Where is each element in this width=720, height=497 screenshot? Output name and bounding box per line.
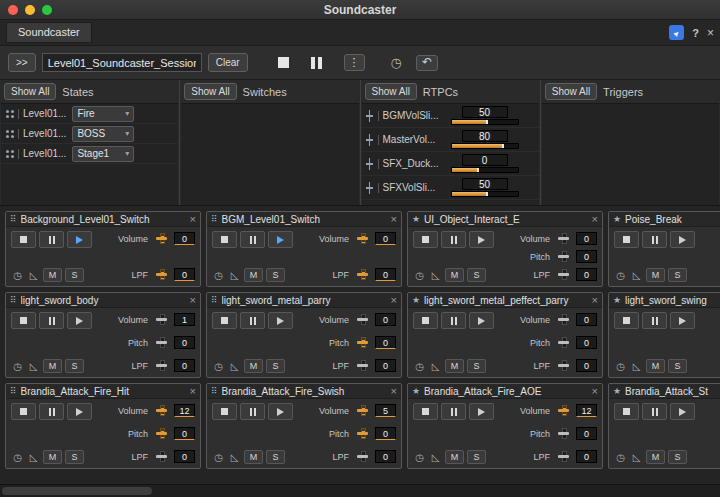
param-slider[interactable] — [151, 427, 171, 440]
delay-icon[interactable]: ◷ — [11, 361, 24, 372]
param-slider[interactable] — [553, 427, 573, 440]
param-slider[interactable] — [151, 313, 171, 326]
fade-icon[interactable]: ◺ — [429, 270, 442, 281]
stop-button[interactable] — [614, 231, 639, 248]
solo-button[interactable]: S — [668, 450, 687, 464]
stop-button[interactable] — [11, 403, 36, 420]
param-slider[interactable] — [553, 404, 573, 417]
close-icon[interactable]: × — [190, 295, 196, 306]
stop-button[interactable] — [413, 403, 438, 420]
solo-button[interactable]: S — [65, 268, 84, 282]
fade-icon[interactable]: ◺ — [429, 361, 442, 372]
stop-button[interactable] — [212, 312, 237, 329]
pause-button[interactable] — [240, 403, 265, 420]
solo-button[interactable]: S — [65, 450, 84, 464]
mute-button[interactable]: M — [43, 450, 62, 464]
param-slider[interactable] — [151, 232, 171, 245]
show-all-switches-button[interactable]: Show All — [184, 83, 236, 100]
mute-button[interactable]: M — [445, 359, 464, 373]
delay-icon[interactable]: ◷ — [413, 270, 426, 281]
pause-button[interactable] — [441, 231, 466, 248]
play-button[interactable] — [670, 403, 695, 420]
param-slider[interactable] — [151, 450, 171, 463]
param-slider[interactable] — [151, 404, 171, 417]
show-all-states-button[interactable]: Show All — [4, 83, 56, 100]
rtpc-slider[interactable] — [451, 167, 519, 173]
param-value[interactable]: 0 — [375, 268, 396, 281]
play-button[interactable] — [67, 231, 92, 248]
help-icon[interactable]: ? — [692, 27, 699, 39]
param-slider[interactable] — [553, 359, 573, 372]
rtpc-value[interactable]: 50 — [462, 178, 508, 190]
horizontal-scrollbar[interactable] — [0, 484, 720, 497]
param-slider[interactable] — [352, 450, 372, 463]
delay-icon[interactable]: ◷ — [413, 361, 426, 372]
solo-button[interactable]: S — [266, 268, 285, 282]
solo-button[interactable]: S — [668, 268, 687, 282]
param-value[interactable]: 0 — [174, 336, 195, 349]
param-value[interactable]: 0 — [576, 336, 597, 349]
rtpc-value[interactable]: 80 — [462, 130, 508, 142]
mute-button[interactable]: M — [43, 268, 62, 282]
param-value[interactable]: 0 — [174, 359, 195, 372]
mute-button[interactable]: M — [646, 268, 665, 282]
solo-button[interactable]: S — [467, 268, 486, 282]
delay-icon[interactable]: ◷ — [391, 55, 402, 70]
param-value[interactable]: 0 — [174, 232, 195, 245]
solo-button[interactable]: S — [467, 450, 486, 464]
delay-icon[interactable]: ◷ — [212, 270, 225, 281]
stop-button[interactable] — [614, 403, 639, 420]
pause-button[interactable] — [441, 312, 466, 329]
fade-icon[interactable]: ◺ — [228, 270, 241, 281]
param-value[interactable]: 0 — [375, 232, 396, 245]
mute-button[interactable]: M — [646, 359, 665, 373]
param-value[interactable]: 12 — [576, 404, 597, 417]
param-slider[interactable] — [553, 313, 573, 326]
param-value[interactable]: 0 — [174, 450, 195, 463]
play-button[interactable] — [268, 231, 293, 248]
play-button[interactable] — [268, 312, 293, 329]
play-button[interactable] — [670, 231, 695, 248]
show-all-triggers-button[interactable]: Show All — [545, 83, 597, 100]
solo-button[interactable]: S — [668, 359, 687, 373]
fade-icon[interactable]: ◺ — [27, 270, 40, 281]
pause-button[interactable] — [39, 231, 64, 248]
param-slider[interactable] — [553, 336, 573, 349]
delay-icon[interactable]: ◷ — [212, 361, 225, 372]
close-icon[interactable]: × — [592, 214, 598, 225]
param-value[interactable]: 0 — [576, 450, 597, 463]
delay-icon[interactable]: ◷ — [614, 361, 627, 372]
param-value[interactable]: 0 — [576, 359, 597, 372]
pause-all-icon[interactable] — [311, 57, 322, 69]
pause-button[interactable] — [642, 403, 667, 420]
delay-icon[interactable]: ◷ — [11, 452, 24, 463]
play-button[interactable] — [469, 403, 494, 420]
solo-button[interactable]: S — [266, 359, 285, 373]
fade-icon[interactable]: ◺ — [630, 361, 643, 372]
play-button[interactable] — [469, 312, 494, 329]
stop-button[interactable] — [614, 312, 639, 329]
close-icon[interactable]: × — [190, 386, 196, 397]
mute-button[interactable]: M — [244, 450, 263, 464]
delay-icon[interactable]: ◷ — [212, 452, 225, 463]
param-value[interactable]: 0 — [576, 268, 597, 281]
pause-button[interactable] — [240, 312, 265, 329]
fade-icon[interactable]: ◺ — [27, 361, 40, 372]
fade-icon[interactable]: ◺ — [228, 361, 241, 372]
delay-icon[interactable]: ◷ — [614, 452, 627, 463]
delay-icon[interactable]: ◷ — [614, 270, 627, 281]
param-slider[interactable] — [352, 336, 372, 349]
close-panel-icon[interactable]: × — [707, 27, 714, 39]
fade-icon[interactable]: ◺ — [228, 452, 241, 463]
param-slider[interactable] — [553, 232, 573, 245]
rtpc-value[interactable]: 0 — [462, 154, 508, 166]
close-icon[interactable]: × — [190, 214, 196, 225]
expand-button[interactable]: >> — [8, 53, 36, 72]
pause-button[interactable] — [240, 231, 265, 248]
param-slider[interactable] — [352, 268, 372, 281]
param-value[interactable]: 0 — [375, 359, 396, 372]
param-slider[interactable] — [151, 359, 171, 372]
param-value[interactable]: 0 — [576, 313, 597, 326]
fade-icon[interactable]: ◺ — [27, 452, 40, 463]
close-icon[interactable]: × — [391, 295, 397, 306]
